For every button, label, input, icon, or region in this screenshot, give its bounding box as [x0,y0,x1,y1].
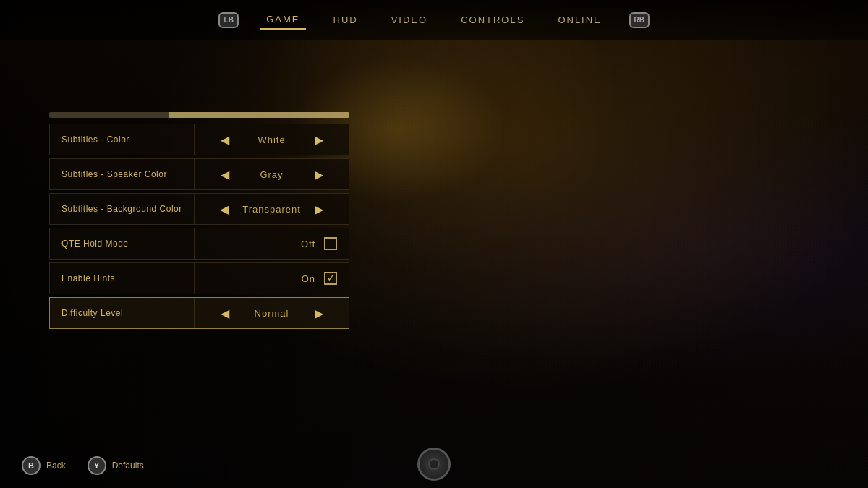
difficulty-level-left-arrow[interactable]: ◀ [218,307,232,320]
subtitles-bg-color-label: Subtitles - Background Color [50,194,195,224]
thumbstick [417,448,451,481]
difficulty-level-current: Normal [243,308,301,319]
difficulty-level-label: Difficulty Level [50,298,195,328]
qte-hold-mode-value[interactable]: Off [195,228,349,259]
setting-row-subtitles-speaker-color: Subtitles - Speaker Color ◀ Gray ▶ [49,158,349,190]
setting-row-qte-hold-mode: QTE Hold Mode Off [49,228,349,260]
tab-video[interactable]: VIDEO [386,11,433,29]
settings-panel: Subtitles - Color ◀ White ▶ Subtitles - … [49,112,349,332]
qte-hold-mode-label: QTE Hold Mode [50,228,195,259]
tab-game[interactable]: GAME [260,10,305,30]
subtitles-speaker-color-left-arrow[interactable]: ◀ [218,168,232,181]
back-label: Back [46,461,66,471]
tab-hud[interactable]: HUD [328,11,364,29]
lb-bumper[interactable]: LB [218,12,239,28]
subtitles-speaker-color-right-arrow[interactable]: ▶ [312,168,326,181]
setting-row-difficulty-level: Difficulty Level ◀ Normal ▶ [49,297,349,329]
bottom-controls: B Back Y Defaults [22,456,144,475]
enable-hints-text: On [302,273,315,284]
subtitles-speaker-color-current: Gray [243,169,301,180]
setting-row-enable-hints: Enable Hints On ✓ [49,262,349,294]
qte-hold-mode-checkbox[interactable] [324,237,337,250]
subtitles-bg-color-right-arrow[interactable]: ▶ [312,202,326,216]
scroll-tab-left [49,112,169,118]
defaults-button-icon[interactable]: Y [88,456,106,475]
scroll-indicator [49,112,349,118]
subtitles-color-current: White [243,134,301,145]
enable-hints-checkbox[interactable]: ✓ [324,272,337,285]
thumbstick-outer [417,448,451,481]
check-icon: ✓ [327,273,335,284]
thumbstick-inner [428,458,440,470]
subtitles-color-right-arrow[interactable]: ▶ [312,133,326,147]
tab-online[interactable]: ONLINE [552,11,607,29]
defaults-control[interactable]: Y Defaults [88,456,144,475]
setting-row-subtitles-color: Subtitles - Color ◀ White ▶ [49,124,349,155]
back-button-icon[interactable]: B [22,456,41,475]
top-navigation: LB GAME HUD VIDEO CONTROLS ONLINE RB [0,0,868,40]
defaults-label: Defaults [112,461,144,471]
setting-row-subtitles-bg-color: Subtitles - Background Color ◀ Transpare… [49,193,349,225]
subtitles-color-left-arrow[interactable]: ◀ [218,133,232,147]
difficulty-level-right-arrow[interactable]: ▶ [312,307,326,320]
subtitles-color-value[interactable]: ◀ White ▶ [195,124,349,155]
subtitles-bg-color-current: Transparent [242,204,301,215]
tab-controls[interactable]: CONTROLS [455,11,530,29]
subtitles-color-label: Subtitles - Color [50,124,195,155]
subtitles-speaker-color-value[interactable]: ◀ Gray ▶ [195,159,349,189]
enable-hints-value[interactable]: On ✓ [195,263,349,294]
qte-hold-mode-text: Off [301,239,315,249]
subtitles-speaker-color-label: Subtitles - Speaker Color [50,159,195,189]
scroll-tab-right [169,112,349,118]
enable-hints-label: Enable Hints [50,263,195,294]
rb-bumper[interactable]: RB [629,12,650,28]
subtitles-bg-color-value[interactable]: ◀ Transparent ▶ [195,194,349,224]
difficulty-level-value[interactable]: ◀ Normal ▶ [195,298,349,328]
back-control[interactable]: B Back [22,456,66,475]
subtitles-bg-color-left-arrow[interactable]: ◀ [217,202,231,216]
